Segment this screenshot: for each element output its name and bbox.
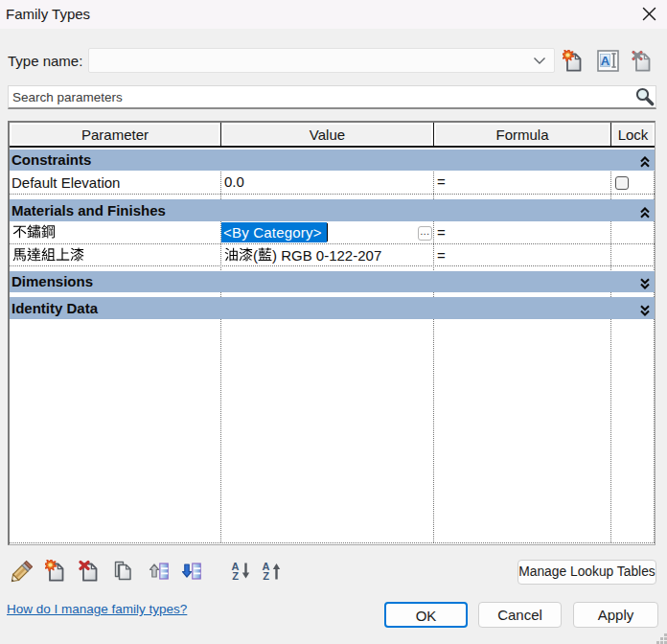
svg-text:Z: Z [232,570,239,582]
svg-text:Z: Z [263,570,269,582]
svg-text:A: A [601,54,610,68]
